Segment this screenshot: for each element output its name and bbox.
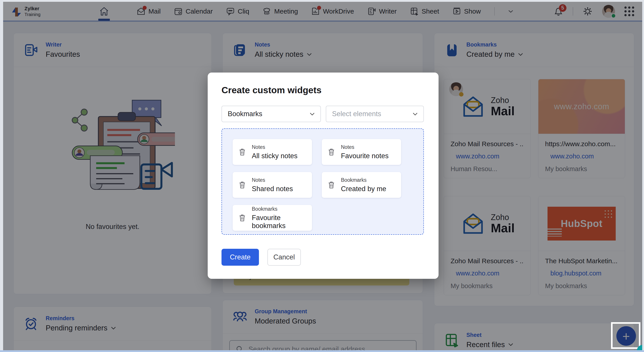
chevron-down-icon bbox=[413, 113, 418, 116]
element-card[interactable]: Notes Shared notes bbox=[233, 172, 312, 198]
widget-type-select[interactable]: Bookmarks bbox=[222, 106, 321, 122]
element-app: Bookmarks bbox=[252, 206, 312, 212]
element-app: Notes bbox=[252, 177, 293, 183]
fab-highlight-frame bbox=[611, 322, 640, 349]
element-card[interactable]: Bookmarks Favourite bookmarks bbox=[233, 205, 312, 231]
delete-icon[interactable] bbox=[328, 181, 335, 189]
create-custom-widgets-modal: Create custom widgets Bookmarks Select e… bbox=[208, 73, 438, 279]
element-app: Bookmarks bbox=[341, 177, 386, 183]
element-title: Favourite bookmarks bbox=[252, 214, 312, 230]
delete-icon[interactable] bbox=[239, 148, 246, 156]
element-app: Notes bbox=[252, 144, 298, 150]
element-title: Created by me bbox=[341, 185, 386, 193]
element-card[interactable]: Notes All sticky notes bbox=[233, 139, 312, 165]
element-title: Favourite notes bbox=[341, 152, 389, 160]
modal-title: Create custom widgets bbox=[222, 85, 322, 95]
delete-icon[interactable] bbox=[239, 181, 246, 189]
select-placeholder: Select elements bbox=[332, 110, 381, 118]
element-card[interactable]: Bookmarks Created by me bbox=[322, 172, 401, 198]
element-app: Notes bbox=[341, 144, 389, 150]
cancel-button[interactable]: Cancel bbox=[268, 249, 301, 266]
elements-select[interactable]: Select elements bbox=[326, 106, 424, 122]
screen: Zylker Training Mail bbox=[0, 0, 644, 352]
selected-value: Bookmarks bbox=[228, 110, 262, 118]
chevron-down-icon bbox=[310, 113, 315, 116]
selected-elements-area: Notes All sticky notes Notes Favourite n… bbox=[222, 128, 424, 235]
element-card[interactable]: Notes Favourite notes bbox=[322, 139, 401, 165]
element-title: All sticky notes bbox=[252, 152, 298, 160]
delete-icon[interactable] bbox=[239, 214, 246, 222]
element-title: Shared notes bbox=[252, 185, 293, 193]
delete-icon[interactable] bbox=[328, 148, 335, 156]
create-button[interactable]: Create bbox=[222, 249, 259, 266]
